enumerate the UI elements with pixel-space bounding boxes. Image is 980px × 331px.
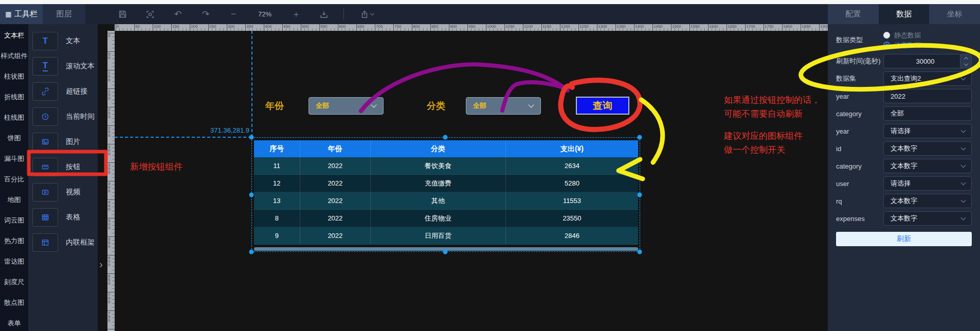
tab-toolbox-label: 工具栏 xyxy=(14,9,38,19)
sidebar-category[interactable]: 百分比 xyxy=(0,169,28,190)
year-filter-dropdown[interactable]: 全部 xyxy=(308,97,384,115)
category-filter-label: 分类 xyxy=(427,100,445,112)
sidebar-category[interactable]: 文本栏 xyxy=(0,25,28,46)
component-item-text[interactable]: T文本 xyxy=(28,28,98,53)
ruler-tick-label: 500 xyxy=(302,24,308,29)
zoom-out-button[interactable]: − xyxy=(228,9,239,20)
table-cell: 9 xyxy=(254,227,300,244)
table-row: 92022日用百货2846 xyxy=(254,227,638,245)
chevron-down-icon xyxy=(961,163,966,168)
ruler-tick-label: 0 xyxy=(108,34,111,38)
sidebar-category[interactable]: 词云图 xyxy=(0,210,28,231)
screenshot-button[interactable] xyxy=(145,9,155,20)
dataset-select[interactable]: 支出查询2 xyxy=(883,71,972,86)
table-row: 132022其他11553 xyxy=(254,192,638,210)
tab-data[interactable]: 数据 xyxy=(879,4,930,24)
component-item-video[interactable]: 视频 xyxy=(28,179,98,205)
sidebar-category[interactable]: 漏斗图 xyxy=(0,149,28,169)
table-row: 122022充值缴费5280 xyxy=(254,175,638,192)
field-select-id[interactable]: 文本数字 xyxy=(883,141,972,156)
component-item-button[interactable]: 按钮 xyxy=(28,154,98,179)
dataset-row: 数据集 支出查询2 xyxy=(836,71,972,86)
minus-icon: − xyxy=(231,9,236,20)
field-select-expenses[interactable]: 文本数字 xyxy=(883,211,972,226)
sidebar-category[interactable]: 表单 xyxy=(0,313,28,331)
field-input-year[interactable]: 2022 xyxy=(883,89,972,103)
panel-field-row: year请选择 xyxy=(836,124,972,138)
tab-config[interactable]: 配置 xyxy=(828,4,879,24)
stepper-up-icon xyxy=(964,57,968,61)
dynamic-data-radio[interactable]: 动态数据 xyxy=(883,40,972,50)
table-cell: 充值缴费 xyxy=(371,175,506,192)
field-select-rq[interactable]: 文本数字 xyxy=(883,194,972,208)
selection-handle[interactable] xyxy=(443,135,448,140)
component-item-image[interactable]: 图片 xyxy=(28,129,98,154)
ruler-tick-label: 1650 xyxy=(728,24,737,29)
tab-toolbox[interactable]: ▦ 工具栏 xyxy=(0,4,43,24)
ruler-tick-label: 1000 xyxy=(487,24,496,29)
sidebar-category[interactable]: 散点图 xyxy=(0,292,28,313)
zoom-in-button[interactable]: ＋ xyxy=(291,9,301,20)
field-select-year[interactable]: 请选择 xyxy=(883,124,972,138)
sidebar-category[interactable]: 热力图 xyxy=(0,231,28,251)
query-button[interactable]: 查询 xyxy=(576,97,629,115)
field-label-year: year xyxy=(836,127,883,135)
export-button[interactable] xyxy=(358,9,375,20)
tab-coordinates[interactable]: 坐标 xyxy=(929,4,980,24)
field-label-category: category xyxy=(836,162,883,170)
static-data-radio[interactable]: 静态数据 xyxy=(883,30,972,40)
sidebar-category[interactable]: 地图 xyxy=(0,190,28,210)
selection-handle[interactable] xyxy=(249,250,254,254)
category-filter-dropdown[interactable]: 全部 xyxy=(466,97,541,115)
undo-button[interactable]: ↶ xyxy=(173,9,183,20)
redo-button[interactable]: ↷ xyxy=(201,9,211,20)
field-select-category[interactable]: 文本数字 xyxy=(883,159,972,173)
sidebar-category[interactable]: 样式组件 xyxy=(0,46,28,66)
sidebar-category[interactable]: 刻度尺 xyxy=(0,272,28,292)
import-button[interactable] xyxy=(319,9,329,20)
category-sidebar: 文本栏样式组件柱状图折线图柱线图饼图漏斗图百分比地图词云图热力图雷达图刻度尺散点… xyxy=(0,24,28,331)
selection-handle[interactable] xyxy=(638,193,642,197)
data-table[interactable]: 序号年份分类支出(¥)112022餐饮美食2634122022充值缴费52801… xyxy=(254,140,638,245)
sidebar-category[interactable]: 折线图 xyxy=(0,87,28,107)
refresh-time-value: 30000 xyxy=(891,58,960,65)
collapse-panel-chevron[interactable]: › xyxy=(99,259,103,269)
horizontal-ruler: 0501001502002503003504004505005506006507… xyxy=(115,24,828,31)
save-button[interactable] xyxy=(117,9,128,20)
sidebar-category[interactable]: 饼图 xyxy=(0,128,28,149)
field-select-user[interactable]: 请选择 xyxy=(883,176,972,191)
stepper-down-icon xyxy=(964,61,968,65)
selection-handle[interactable] xyxy=(638,135,642,140)
annotation-new-button-note: 新增按钮组件 xyxy=(130,160,183,174)
selection-handle[interactable] xyxy=(249,135,254,140)
chevron-down-icon xyxy=(961,128,966,133)
chevron-down-icon xyxy=(961,145,966,151)
scroll-text-icon: T xyxy=(32,57,58,76)
ruler-tick-label: 850 xyxy=(431,24,438,29)
ruler-tick-label: 750 xyxy=(394,24,401,29)
component-item-table[interactable]: 表格 xyxy=(28,205,98,230)
number-stepper[interactable] xyxy=(960,54,971,68)
component-item-label: 视频 xyxy=(66,188,80,197)
ruler-tick-label: 1800 xyxy=(783,24,792,29)
component-item-scroll-text[interactable]: T滚动文本 xyxy=(28,53,98,79)
ruler-tick-label: 450 xyxy=(108,200,111,211)
selection-handle[interactable] xyxy=(249,193,254,197)
refresh-time-input[interactable]: 30000 xyxy=(883,54,972,68)
ruler-tick-label: 500 xyxy=(108,219,111,230)
component-item-clock[interactable]: 当前时间 xyxy=(28,104,98,129)
sidebar-category[interactable]: 雷达图 xyxy=(0,251,28,272)
component-item-iframe[interactable]: 内联框架 xyxy=(28,230,98,255)
selection-handle[interactable] xyxy=(638,250,642,254)
tab-layers[interactable]: 图层 xyxy=(43,4,85,24)
panel-field-row: year2022 xyxy=(836,89,972,103)
field-input-category[interactable]: 全部 xyxy=(883,106,972,121)
save-icon xyxy=(118,10,127,19)
refresh-button[interactable]: 刷新 xyxy=(836,232,972,246)
sidebar-category[interactable]: 柱状图 xyxy=(0,66,28,87)
selection-handle[interactable] xyxy=(443,250,448,254)
sidebar-category[interactable]: 柱线图 xyxy=(0,107,28,128)
panel-field-row: category文本数字 xyxy=(836,159,972,173)
component-item-hyperlink[interactable]: 超链接 xyxy=(28,79,98,104)
redo-icon: ↷ xyxy=(202,9,209,20)
